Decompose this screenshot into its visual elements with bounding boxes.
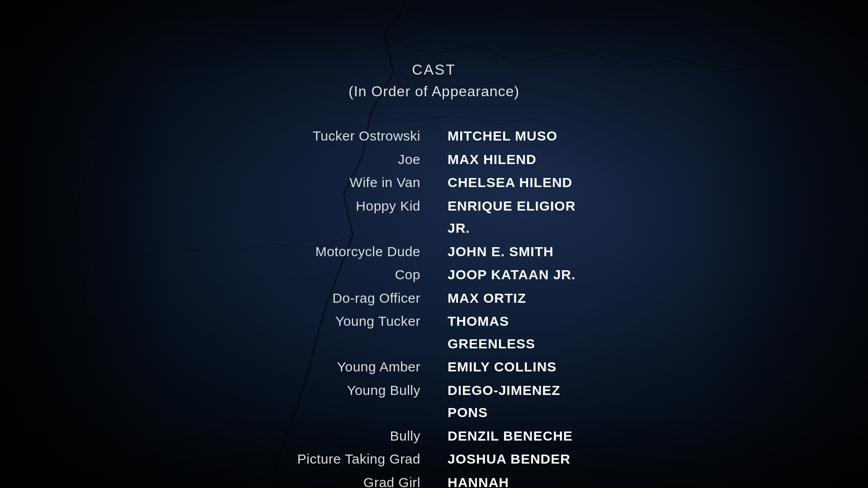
cast-actor: JOHN E. SMITH [434, 240, 592, 263]
cast-role: Picture Taking Grad [276, 448, 434, 470]
cast-row: Motorcycle DudeJOHN E. SMITH [276, 240, 592, 263]
cast-role: Joe [276, 148, 434, 171]
cast-row: JoeMAX HILEND [276, 148, 592, 171]
cast-actor: JOOP KATAAN JR. [434, 263, 592, 286]
cast-row: Wife in VanCHELSEA HILEND [276, 171, 592, 194]
cast-actor: HANNAH MALDONADO [434, 471, 592, 488]
cast-subtitle: (In Order of Appearance) [349, 80, 519, 102]
cast-row: Picture Taking GradJOSHUA BENDER [276, 448, 592, 470]
cast-role: Wife in Van [276, 171, 434, 194]
cast-row: Young BullyDIEGO-JIMENEZ PONS [276, 379, 592, 424]
cast-row: CopJOOP KATAAN JR. [276, 263, 592, 286]
cast-row: BullyDENZIL BENECHE [276, 425, 592, 447]
cast-role: Grad Girl [276, 471, 434, 488]
cast-role: Tucker Ostrowski [276, 125, 434, 147]
cast-actor: JOSHUA BENDER [434, 448, 592, 470]
cast-actor: THOMAS GREENLESS [434, 310, 592, 355]
cast-role: Cop [276, 263, 434, 286]
cast-role: Motorcycle Dude [276, 240, 434, 263]
cast-actor: MITCHEL MUSO [434, 125, 592, 147]
cast-role: Young Bully [276, 379, 434, 402]
cast-role: Young Amber [276, 356, 434, 378]
cast-actor: CHELSEA HILEND [434, 171, 592, 194]
cast-row: Do-rag OfficerMAX ORTIZ [276, 287, 592, 310]
cast-row: Grad GirlHANNAH MALDONADO [276, 471, 592, 488]
cast-role: Bully [276, 425, 434, 447]
cast-actor: EMILY COLLINS [434, 356, 592, 378]
cast-actor: MAX HILEND [434, 148, 592, 171]
cast-list: Tucker OstrowskiMITCHEL MUSOJoeMAX HILEN… [276, 125, 592, 488]
cast-row: Young AmberEMILY COLLINS [276, 356, 592, 378]
cast-actor: MAX ORTIZ [434, 287, 592, 310]
cast-title: CAST [349, 59, 519, 80]
cast-role: Hoppy Kid [276, 195, 434, 217]
cast-role: Young Tucker [276, 310, 434, 333]
cast-row: Hoppy KidENRIQUE ELIGIOR JR. [276, 195, 592, 239]
credits-content: CAST (In Order of Appearance) Tucker Ost… [0, 0, 868, 488]
cast-row: Young TuckerTHOMAS GREENLESS [276, 310, 592, 355]
cast-actor: DENZIL BENECHE [434, 425, 592, 447]
cast-actor: DIEGO-JIMENEZ PONS [434, 379, 592, 424]
cast-header: CAST (In Order of Appearance) [349, 59, 519, 102]
cast-actor: ENRIQUE ELIGIOR JR. [434, 195, 592, 239]
cast-role: Do-rag Officer [276, 287, 434, 310]
cast-row: Tucker OstrowskiMITCHEL MUSO [276, 125, 592, 147]
